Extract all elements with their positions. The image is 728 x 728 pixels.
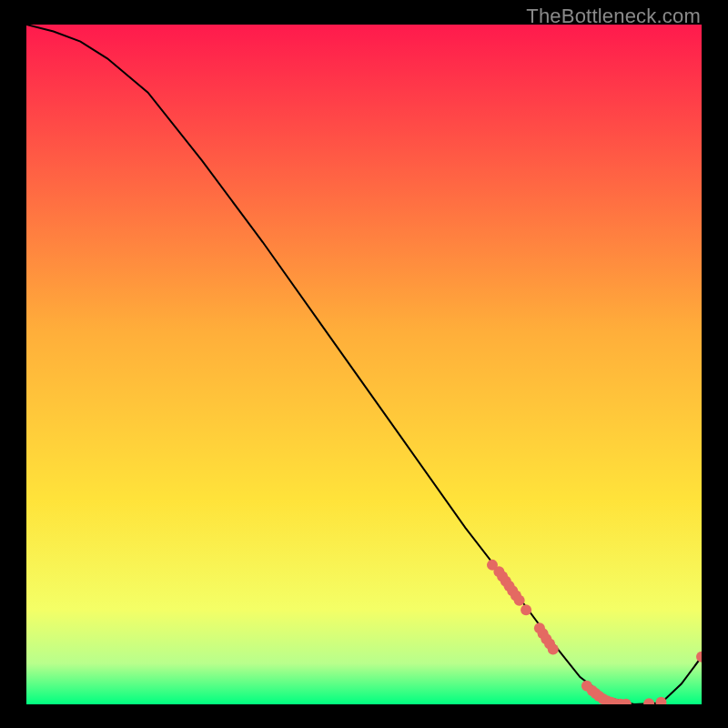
- marker-cluster-a: [514, 595, 525, 606]
- marker-cluster-a: [521, 604, 531, 615]
- bottleneck-chart: [26, 25, 702, 704]
- chart-container: TheBottleneck.com: [0, 0, 728, 728]
- plot-background: [26, 25, 702, 704]
- marker-cluster-b: [548, 643, 559, 654]
